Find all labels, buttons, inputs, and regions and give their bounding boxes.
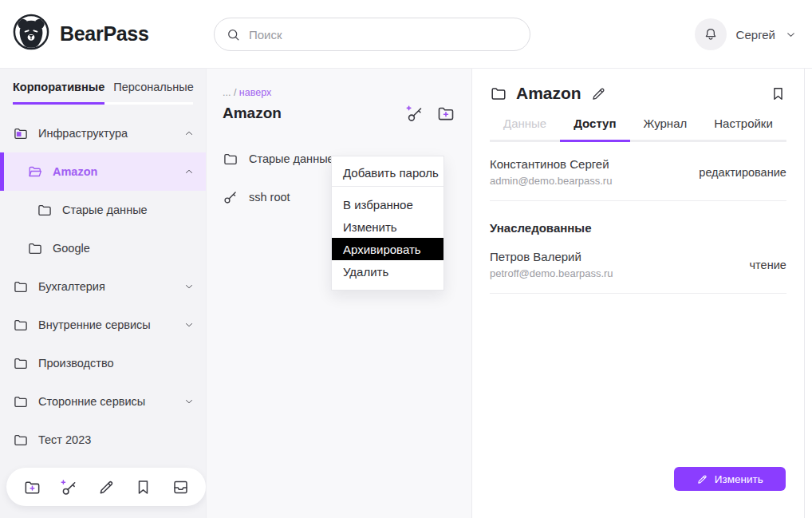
folder-icon (37, 202, 53, 218)
context-menu: Добавить парольВ избранноеИзменитьАрхиви… (331, 156, 444, 291)
tree-item-label: Тест 2023 (38, 433, 174, 446)
key-plus-icon (60, 478, 78, 496)
archive-button[interactable] (170, 476, 191, 497)
folder-open-icon (27, 164, 43, 180)
chevron-slot (183, 358, 195, 369)
sidebar-item-accounting[interactable]: Бухгалтерия (0, 267, 206, 306)
chevron-up-icon (183, 166, 195, 177)
list-item-label: ssh root (249, 191, 290, 204)
folder-plus-icon (23, 478, 41, 496)
breadcrumb-up-link[interactable]: наверх (239, 87, 271, 98)
key-plus-icon (405, 104, 424, 123)
sidebar-item-old-data[interactable]: Старые данные (0, 191, 206, 229)
user-name: Сергей (736, 28, 775, 42)
bell-icon (703, 26, 719, 42)
pencil-icon (696, 473, 708, 485)
search-input[interactable] (249, 28, 518, 42)
search-icon (226, 27, 241, 42)
access-user-name: Петров Валерий (490, 250, 613, 263)
menu-item-add-password[interactable]: Добавить пароль (332, 160, 443, 187)
menu-item-favorite[interactable]: В избранное (332, 193, 443, 216)
tree-item-label: Бухгалтерия (38, 280, 174, 293)
folder-tree: Инфраструктура Amazon Старые данные Goog… (0, 114, 206, 459)
access-user-name: Константинов Сергей (490, 157, 612, 171)
chevron-down-icon (183, 281, 195, 292)
user-menu[interactable]: Сергей (695, 18, 797, 50)
detail-title: Amazon (516, 84, 581, 103)
inherited-section-title: Унаследованные (490, 221, 786, 235)
tab-settings[interactable]: Настройки (700, 117, 786, 142)
tab-access[interactable]: Доступ (560, 117, 629, 142)
access-user-email: admin@demo.bearpass.ru (490, 175, 612, 187)
rename-button[interactable] (590, 85, 607, 102)
bookmark-icon (134, 478, 152, 496)
folder-icon (27, 240, 43, 256)
tree-item-label: Производство (38, 357, 174, 370)
chevron-slot (183, 204, 195, 216)
key-icon (223, 189, 238, 205)
bearpass-app: BearPass Сергей Корпорат (0, 0, 812, 518)
vault-tabs: КорпоративныеПерсональные (13, 81, 193, 105)
folder-icon (490, 85, 507, 102)
pencil-icon (590, 85, 607, 102)
tree-item-label: Старые данные (62, 204, 174, 216)
chevron-up-icon (183, 128, 195, 139)
sidebar-item-third-party-services[interactable]: Сторонние сервисы (0, 382, 206, 421)
tab-corporate[interactable]: Корпоративные (13, 81, 104, 105)
breadcrumb-prefix: ... / (223, 87, 236, 98)
folder-infra-icon (13, 125, 29, 141)
chevron-slot (183, 243, 195, 254)
archive-icon (171, 478, 190, 496)
sidebar-item-production[interactable]: Производство (0, 344, 206, 382)
brand-title: BearPass (60, 22, 149, 45)
edit-button[interactable] (96, 476, 116, 497)
chevron-down-icon (785, 29, 797, 41)
favorites-button[interactable] (133, 476, 154, 497)
inherited-access-list: Петров Валерий petroff@demo.bearpass.ru … (490, 235, 786, 294)
folder-title: Amazon (223, 105, 405, 122)
folder-icon (13, 393, 29, 409)
folder-plus-icon (436, 104, 455, 123)
sidebar-item-google[interactable]: Google (0, 229, 206, 267)
tree-item-label: Внутренние сервисы (38, 318, 174, 331)
access-row-petrov: Петров Валерий petroff@demo.bearpass.ru … (490, 235, 786, 294)
menu-item-edit[interactable]: Изменить (332, 216, 443, 238)
add-password-button[interactable] (59, 476, 80, 497)
tree-item-label: Сторонние сервисы (38, 395, 174, 408)
tab-personal[interactable]: Персональные (113, 81, 194, 105)
folder-icon (223, 151, 238, 167)
access-list: Константинов Сергей admin@demo.bearpass.… (490, 142, 786, 201)
tab-data[interactable]: Данные (490, 117, 560, 142)
chevron-slot (183, 434, 195, 445)
main-body: КорпоративныеПерсональные Инфраструктура… (0, 69, 812, 518)
sidebar-item-infrastructure[interactable]: Инфраструктура (0, 114, 206, 152)
header: BearPass Сергей (0, 0, 812, 69)
access-row-konstantinov: Константинов Сергей admin@demo.bearpass.… (490, 142, 786, 201)
bookmark-icon (770, 85, 786, 102)
add-password-button[interactable] (405, 104, 424, 123)
search-bar[interactable] (214, 18, 530, 51)
edit-access-button[interactable]: Изменить (674, 467, 786, 491)
tree-item-label: Google (53, 242, 174, 255)
menu-item-archive[interactable]: Архивировать (332, 238, 443, 260)
add-folder-button[interactable] (22, 476, 42, 497)
chevron-down-icon (183, 319, 195, 330)
sidebar-item-amazon[interactable]: Amazon (0, 152, 206, 191)
bookmark-button[interactable] (770, 85, 786, 102)
add-folder-button[interactable] (436, 104, 455, 123)
tree-item-label: Инфраструктура (38, 127, 174, 140)
bear-logo-icon (13, 14, 49, 53)
breadcrumb: ... / наверх (223, 87, 455, 98)
sidebar: КорпоративныеПерсональные Инфраструктура… (0, 69, 206, 518)
detail-tabs: ДанныеДоступЖурналНастройки (490, 117, 786, 142)
menu-item-delete[interactable]: Удалить (332, 260, 443, 283)
notifications-button[interactable] (695, 18, 727, 50)
list-item-label: Старые данные (249, 152, 334, 165)
access-role: чтение (750, 259, 786, 271)
sidebar-item-test-2023[interactable]: Тест 2023 (0, 421, 206, 459)
tab-journal[interactable]: Журнал (630, 117, 701, 142)
folder-panel: ... / наверх Amazon (206, 69, 472, 518)
sidebar-item-internal-services[interactable]: Внутренние сервисы (0, 306, 206, 344)
detail-panel: Amazon ДанныеДоступЖурналНастройки (472, 69, 805, 518)
pencil-icon (97, 478, 116, 496)
